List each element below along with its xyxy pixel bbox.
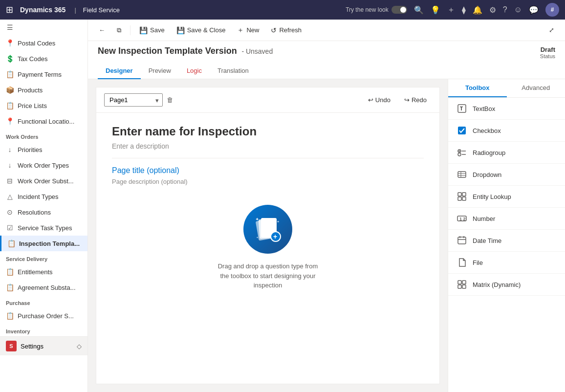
svg-rect-10 — [458, 127, 466, 134]
toolbox-item-checkbox[interactable]: Checkbox — [448, 120, 565, 142]
page-title-optional[interactable]: Page title (optional) — [112, 166, 424, 175]
drop-icon-inner: ✦ ✦ ✦ — [253, 214, 282, 245]
sidebar-item-entitlements[interactable]: 📋 Entitlements — [0, 264, 87, 280]
unsaved-label: - Unsaved — [241, 47, 273, 55]
sidebar-collapse-btn[interactable]: ☰ — [0, 20, 87, 35]
page-select[interactable]: Page1 — [104, 93, 163, 107]
toolbox-item-matrix[interactable]: Matrix (Dynamic) — [448, 274, 565, 296]
toolbox-item-number[interactable]: 1 2 Number — [448, 208, 565, 230]
drop-zone-icon: ✦ ✦ ✦ — [243, 205, 292, 254]
section-inventory: Inventory — [0, 324, 87, 336]
inspection-title[interactable]: Enter name for Inspection — [112, 125, 424, 138]
svg-text:T: T — [460, 106, 463, 111]
sidebar-item-payment-terms[interactable]: 📋 Payment Terms — [0, 66, 87, 82]
new-look-toggle[interactable] — [391, 6, 407, 14]
toolbox-item-datetime[interactable]: Date Time — [448, 230, 565, 252]
agreement-subst-icon: 📋 — [6, 283, 14, 291]
sidebar-item-work-order-types[interactable]: ↓ Work Order Types — [0, 157, 87, 173]
toolbox-item-dropdown[interactable]: Dropdown — [448, 164, 565, 186]
redo-button[interactable]: ↪ Redo — [399, 94, 432, 106]
resolutions-icon: ⊙ — [6, 208, 14, 216]
toolbox-item-radiogroup[interactable]: Radiogroup — [448, 142, 565, 164]
canvas-divider-1 — [112, 158, 424, 158]
filter-icon[interactable]: ⧫ — [462, 5, 466, 15]
sidebar-item-postal-codes[interactable]: 📍 Postal Codes — [0, 35, 87, 51]
apps-icon[interactable]: ⊞ — [6, 4, 13, 15]
toolbar: ← ⧉ 💾 Save 💾 Save & Close ＋ New ↺ Refres… — [88, 20, 565, 41]
save-button[interactable]: 💾 Save — [134, 24, 170, 37]
content-area: ← ⧉ 💾 Save 💾 Save & Close ＋ New ↺ Refres… — [88, 20, 565, 392]
page-header-top: New Inspection Template Version - Unsave… — [98, 46, 555, 59]
chat-icon[interactable]: 💬 — [529, 5, 539, 15]
number-icon: 1 2 — [456, 213, 468, 224]
topbar: ⊞ Dynamics 365 | Field Service Try the n… — [0, 0, 565, 20]
svg-rect-31 — [462, 281, 466, 284]
svg-rect-30 — [458, 281, 461, 284]
svg-rect-21 — [462, 193, 466, 196]
tax-codes-icon: 💲 — [6, 55, 14, 63]
plus-icon[interactable]: ＋ — [447, 5, 455, 15]
sidebar-item-agreement-subst[interactable]: 📋 Agreement Substa... — [0, 280, 87, 295]
products-icon: 📦 — [6, 86, 14, 94]
sidebar-item-service-task-types[interactable]: ☑ Service Task Types — [0, 220, 87, 236]
work-order-subst-icon: ⊟ — [6, 177, 14, 185]
settings-gear-icon[interactable]: ⚙ — [489, 5, 496, 15]
settings-item[interactable]: S Settings ◇ — [0, 336, 87, 355]
checkbox-icon — [456, 125, 468, 136]
page-desc-optional[interactable]: Page description (optional) — [112, 178, 424, 185]
refresh-button[interactable]: ↺ Refresh — [266, 24, 306, 37]
toolbox-tab-toolbox[interactable]: Toolbox — [448, 79, 507, 97]
sidebar-item-priorities[interactable]: ↓ Priorities — [0, 142, 87, 157]
back-icon: ← — [99, 26, 105, 34]
topbar-divider: | — [74, 6, 76, 14]
trash-icon: 🗑 — [167, 96, 173, 104]
sidebar-item-incident-types[interactable]: △ Incident Types — [0, 189, 87, 204]
toolbox-tab-advanced[interactable]: Advanced — [507, 79, 565, 97]
tab-translation[interactable]: Translation — [210, 63, 257, 79]
canvas: Page1 🗑 ↩ Undo ↪ Redo — [88, 79, 448, 392]
save-close-button[interactable]: 💾 Save & Close — [172, 24, 231, 37]
sidebar-item-tax-codes[interactable]: 💲 Tax Codes — [0, 51, 87, 66]
canvas-body: Enter name for Inspection Enter a descri… — [96, 113, 439, 312]
help-icon[interactable]: ? — [503, 5, 507, 14]
sidebar-item-products[interactable]: 📦 Products — [0, 82, 87, 98]
dropdown-icon — [456, 169, 468, 180]
toolbox-tabs: Toolbox Advanced — [448, 79, 565, 98]
work-order-types-icon: ↓ — [6, 161, 14, 169]
sidebar-item-resolutions[interactable]: ⊙ Resolutions — [0, 204, 87, 220]
svg-rect-22 — [458, 197, 461, 200]
inspection-description[interactable]: Enter a description — [112, 142, 424, 150]
status-label: Status — [540, 53, 555, 59]
sidebar-item-purchase-order[interactable]: 📋 Purchase Order S... — [0, 308, 87, 324]
toolbox-item-entity-lookup[interactable]: Entity Lookup — [448, 186, 565, 208]
search-icon[interactable]: 🔍 — [414, 5, 424, 15]
user-avatar[interactable]: # — [545, 3, 559, 17]
svg-rect-32 — [458, 285, 461, 288]
lightbulb-icon[interactable]: 💡 — [431, 5, 440, 15]
toolbar-expand-btn[interactable]: ⤢ — [544, 24, 559, 36]
smiley-icon[interactable]: ☺ — [514, 5, 522, 14]
bell-icon[interactable]: 🔔 — [473, 5, 482, 15]
delete-page-button[interactable]: 🗑 — [163, 94, 177, 106]
undo-button[interactable]: ↩ Undo — [363, 94, 395, 106]
back-button[interactable]: ← — [94, 24, 110, 36]
tab-designer[interactable]: Designer — [98, 63, 141, 79]
sidebar-item-work-order-subst[interactable]: ⊟ Work Order Subst... — [0, 173, 87, 189]
svg-point-14 — [458, 153, 461, 156]
service-task-types-icon: ☑ — [6, 224, 14, 232]
sidebar-item-price-lists[interactable]: 📋 Price Lists — [0, 98, 87, 113]
new-button[interactable]: ＋ New — [232, 23, 264, 37]
settings-expand-icon: ◇ — [77, 343, 82, 350]
tab-logic[interactable]: Logic — [179, 63, 210, 79]
toolbox-item-file[interactable]: File — [448, 252, 565, 274]
svg-text:1 2: 1 2 — [459, 217, 466, 221]
drop-zone-text: Drag and drop a question type from the t… — [218, 261, 318, 290]
entity-lookup-icon — [456, 191, 468, 202]
expand-button[interactable]: ⧉ — [112, 24, 126, 37]
toolbox-item-textbox[interactable]: T TextBox — [448, 98, 565, 120]
file-icon — [456, 257, 468, 268]
sidebar-item-functional-location[interactable]: 📍 Functional Locatio... — [0, 113, 87, 129]
tab-preview[interactable]: Preview — [141, 63, 179, 79]
sidebar-item-inspection-templates[interactable]: 📋 Inspection Templa... — [0, 236, 87, 251]
svg-rect-23 — [462, 197, 466, 200]
